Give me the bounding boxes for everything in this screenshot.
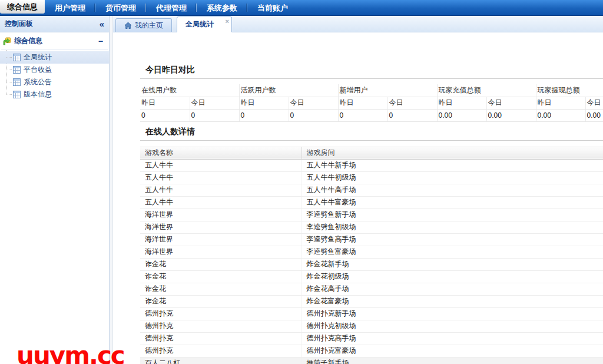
sidebar-control-panel: 控制面板 « 综合信息 − 全局统计 xyxy=(0,16,110,364)
cell-room: 炸金花高手场 xyxy=(302,283,603,295)
compare-value: 0.00 xyxy=(536,109,585,121)
table-row[interactable]: 诈金花炸金花初级场 xyxy=(140,270,603,283)
group-arrow-icon xyxy=(3,37,11,45)
table-row[interactable]: 五人牛牛五人牛牛新手场 xyxy=(140,159,603,171)
section-rule xyxy=(140,78,603,79)
compare-value: 0 xyxy=(239,109,289,121)
sidebar-collapse-icon[interactable]: « xyxy=(100,19,104,28)
cell-game: 五人牛牛 xyxy=(140,159,302,171)
sidebar-item-label: 平台收益 xyxy=(24,65,52,75)
tab-my-homepage[interactable]: 我的主页 xyxy=(115,18,172,32)
nav-item-system-params[interactable]: 系统参数 xyxy=(197,0,247,15)
detail-header-row: 游戏名称 游戏房间 xyxy=(140,147,603,159)
table-row[interactable]: 百人二八杠推筒子新手场 xyxy=(140,357,603,364)
table-row[interactable]: 海洋世界李逵劈鱼高手场 xyxy=(140,233,603,246)
compare-group-header: 在线用户数 xyxy=(140,84,239,97)
table-row[interactable]: 五人牛牛五人牛牛富豪场 xyxy=(140,196,603,209)
cell-room: 德州扑克新手场 xyxy=(302,307,603,320)
sidebar-item-system-notice[interactable]: 系统公告 xyxy=(0,76,109,88)
compare-value: 0.00 xyxy=(437,109,486,121)
subheader-yesterday: 昨日 xyxy=(140,97,190,109)
grid-icon xyxy=(13,91,21,98)
cell-game: 诈金花 xyxy=(140,270,302,283)
compare-value: 0 xyxy=(289,109,338,121)
sidebar-tree: 全局统计 平台收益 系统公告 版本信息 xyxy=(0,51,109,101)
nav-item-general-info[interactable]: 综合信息 xyxy=(0,0,45,14)
sidebar-item-platform-revenue[interactable]: 平台收益 xyxy=(0,64,109,76)
cell-game: 五人牛牛 xyxy=(140,184,302,196)
table-row[interactable]: 海洋世界李逵劈鱼新手场 xyxy=(140,209,603,221)
group-collapse-icon[interactable]: − xyxy=(98,37,103,45)
sidebar-group-general-info[interactable]: 综合信息 − xyxy=(0,32,109,49)
nav-item-user-management[interactable]: 用户管理 xyxy=(45,0,95,15)
section-title-online-detail: 在线人数详情 xyxy=(145,127,603,137)
table-row[interactable]: 海洋世界李逵劈鱼富豪场 xyxy=(140,246,603,258)
online-detail-section: 在线人数详情 游戏名称 游戏房间 五人牛牛五人牛牛新手场 五人牛牛五人牛牛初级场… xyxy=(140,127,603,364)
compare-group-header: 活跃用户数 xyxy=(239,84,338,97)
compare-group-header: 玩家充值总额 xyxy=(437,84,536,97)
cell-room: 德州扑克初级场 xyxy=(302,320,603,332)
cell-game: 德州扑克 xyxy=(140,345,302,357)
table-row[interactable]: 德州扑克德州扑克富豪场 xyxy=(140,345,603,357)
cell-room: 德州扑克富豪场 xyxy=(302,345,603,357)
column-header-game-room[interactable]: 游戏房间 xyxy=(302,147,603,159)
app-frame: 控制面板 « 综合信息 − 全局统计 xyxy=(0,16,603,364)
cell-room: 李逵劈鱼新手场 xyxy=(302,209,603,221)
column-header-game-name[interactable]: 游戏名称 xyxy=(140,147,302,159)
cell-room: 炸金花初级场 xyxy=(302,270,603,283)
table-row[interactable]: 诈金花炸金花高手场 xyxy=(140,283,603,295)
cell-room: 五人牛牛富豪场 xyxy=(302,196,603,209)
compare-value: 0.00 xyxy=(486,109,536,121)
compare-value: 0 xyxy=(140,109,190,121)
home-icon xyxy=(124,22,132,29)
compare-value: 0 xyxy=(387,109,437,121)
compare-subheader-row: 昨日 今日 昨日 今日 昨日 今日 昨日 今日 昨日 今日 xyxy=(140,97,603,109)
content-area: 今日昨日对比 在线用户数 活跃用户数 新增用户 玩家充值总额 玩家提现总额 昨日… xyxy=(113,32,603,364)
table-row[interactable]: 诈金花炸金花富豪场 xyxy=(140,295,603,307)
cell-room: 炸金花富豪场 xyxy=(302,295,603,307)
section-rule xyxy=(140,140,603,141)
compare-values-row: 0 0 0 0 0 0 0.00 0.00 0.00 0.00 xyxy=(140,109,603,121)
cell-game: 诈金花 xyxy=(140,258,302,270)
subheader-today: 今日 xyxy=(387,97,437,109)
grid-icon xyxy=(13,54,21,61)
tab-global-stats[interactable]: 全局统计 × xyxy=(177,16,232,32)
sidebar-group-label: 综合信息 xyxy=(14,36,98,46)
subheader-today: 今日 xyxy=(486,97,536,109)
compare-table: 在线用户数 活跃用户数 新增用户 玩家充值总额 玩家提现总额 昨日 今日 昨日 … xyxy=(140,84,603,122)
cell-room: 五人牛牛高手场 xyxy=(302,184,603,196)
sidebar-item-version-info[interactable]: 版本信息 xyxy=(0,88,109,101)
grid-icon xyxy=(13,66,21,74)
tab-label: 我的主页 xyxy=(135,19,163,32)
sidebar-item-global-stats[interactable]: 全局统计 xyxy=(0,51,109,64)
nav-item-current-account[interactable]: 当前账户 xyxy=(247,0,298,15)
cell-game: 百人二八杠 xyxy=(140,357,302,364)
watermark-text: uuym.cc xyxy=(16,341,124,364)
subheader-today: 今日 xyxy=(190,97,239,109)
cell-game: 海洋世界 xyxy=(140,233,302,246)
tab-close-icon[interactable]: × xyxy=(226,18,229,24)
table-row[interactable]: 五人牛牛五人牛牛高手场 xyxy=(140,184,603,196)
compare-value: 0 xyxy=(190,109,239,121)
sidebar-header: 控制面板 « xyxy=(0,16,109,32)
subheader-yesterday: 昨日 xyxy=(338,97,387,109)
nav-item-agent-management[interactable]: 代理管理 xyxy=(146,0,197,15)
nav-item-currency-management[interactable]: 货币管理 xyxy=(95,0,146,15)
compare-group-header: 新增用户 xyxy=(338,84,437,97)
table-row[interactable]: 德州扑克德州扑克高手场 xyxy=(140,332,603,345)
cell-room: 五人牛牛新手场 xyxy=(302,159,603,171)
table-row[interactable]: 海洋世界李逵劈鱼初级场 xyxy=(140,221,603,233)
table-row[interactable]: 五人牛牛五人牛牛初级场 xyxy=(140,171,603,184)
cell-game: 诈金花 xyxy=(140,283,302,295)
cell-room: 五人牛牛初级场 xyxy=(302,171,603,184)
table-row[interactable]: 德州扑克德州扑克新手场 xyxy=(140,307,603,320)
table-row[interactable]: 诈金花炸金花新手场 xyxy=(140,258,603,270)
cell-game: 海洋世界 xyxy=(140,246,302,258)
compare-group-header: 玩家提现总额 xyxy=(536,84,603,97)
cell-game: 海洋世界 xyxy=(140,209,302,221)
table-row[interactable]: 德州扑克德州扑克初级场 xyxy=(140,320,603,332)
sidebar-title: 控制面板 xyxy=(5,19,100,29)
cell-room: 德州扑克高手场 xyxy=(302,332,603,345)
cell-room: 推筒子新手场 xyxy=(302,357,603,364)
sidebar-item-label: 全局统计 xyxy=(24,52,52,62)
